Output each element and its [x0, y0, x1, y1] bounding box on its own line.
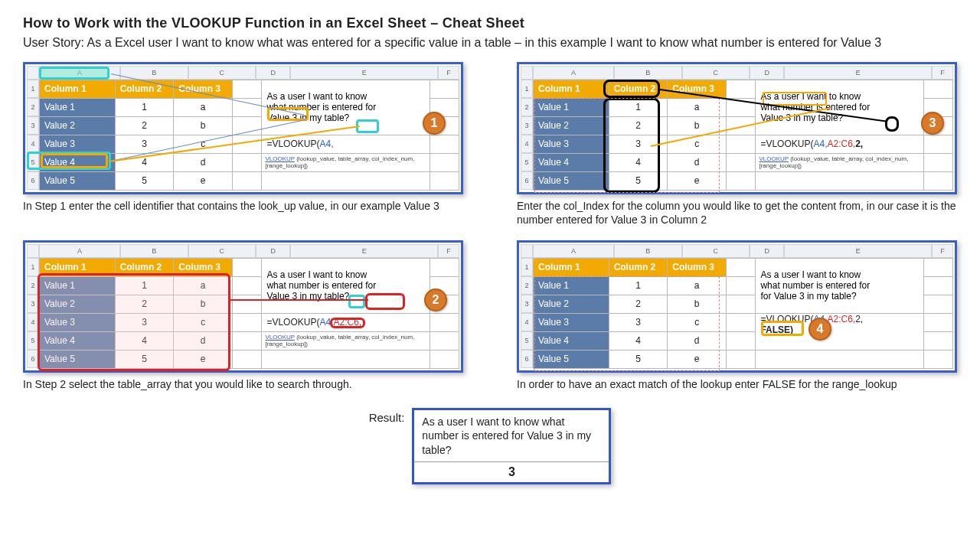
steps-grid: 1 2 3 4 5 6 A B C D E F: [23, 62, 957, 484]
step-1-caption: In Step 1 enter the cell identifier that…: [23, 199, 463, 213]
step-1: 1 2 3 4 5 6 A B C D E F: [23, 62, 463, 234]
step4-formula: =VLOOKUP(A4,A2:C6,2, FALSE): [756, 313, 923, 350]
step-2-caption: In Step 2 select the table_array that yo…: [23, 377, 463, 391]
step-1-panel: 1 2 3 4 5 6 A B C D E F: [23, 62, 463, 194]
step-3-caption: Enter the col_Index for the column you w…: [517, 199, 957, 227]
step-2: 1 2 3 4 5 6 A B C D E F: [23, 240, 463, 399]
step-badge-1: 1: [423, 112, 446, 135]
result-box: As a user I want to know what number is …: [412, 408, 611, 484]
result-question: As a user I want to know what number is …: [414, 410, 609, 462]
step-badge-2: 2: [424, 289, 447, 311]
result-answer: 3: [414, 462, 609, 482]
step-4-caption: In order to have an exact match of the l…: [517, 377, 957, 391]
step-badge-4: 4: [808, 318, 831, 341]
step-3-panel: 1 2 3 4 5 6 A B C D E F: [517, 62, 957, 194]
step2-formula: =VLOOKUP(A4,A2:C6,: [262, 313, 430, 331]
result-block: Result: As a user I want to know what nu…: [23, 408, 957, 484]
step-badge-3: 3: [921, 112, 944, 135]
step1-formula: =VLOOKUP(A4,: [262, 135, 430, 153]
step-2-panel: 1 2 3 4 5 6 A B C D E F: [23, 240, 463, 373]
result-label: Result:: [369, 408, 405, 424]
step-4-panel: 1 2 3 4 5 6 A B C D E F: [517, 240, 957, 373]
step-4: 1 2 3 4 5 6 A B C D E F: [517, 240, 957, 399]
user-story-text: User Story: As a Excel user I want to kn…: [23, 34, 957, 51]
step3-formula: =VLOOKUP(A4,A2:C6,2,: [756, 135, 923, 153]
step-3: 1 2 3 4 5 6 A B C D E F: [517, 62, 957, 234]
page-title: How to Work with the VLOOKUP Function in…: [23, 15, 957, 31]
